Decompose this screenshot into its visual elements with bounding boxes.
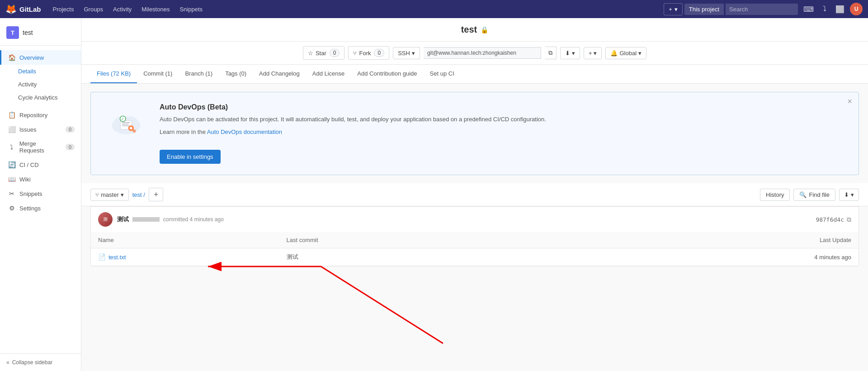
svg-point-11 (132, 129, 136, 133)
star-count: 0 (330, 49, 340, 57)
download-archive-icon: ⬇ (844, 191, 849, 198)
commit-row: 测 测试 committed 4 minutes ago 987f6d4c ⧉ (90, 206, 859, 232)
sidebar-sub-activity[interactable]: Activity (0, 78, 81, 91)
sidebar-item-repository[interactable]: 📋 Repository (0, 108, 81, 122)
snippets-icon: ✂ (8, 190, 16, 197)
tab-branches[interactable]: Branch (1) (179, 65, 219, 83)
ssh-label: SSH (398, 50, 410, 57)
ssh-url-input[interactable] (424, 47, 541, 59)
tab-commits[interactable]: Commit (1) (137, 65, 179, 83)
search-scope-button[interactable]: This project (684, 4, 724, 15)
nav-projects[interactable]: Projects (48, 4, 79, 14)
copy-ssh-url-button[interactable]: ⧉ (545, 47, 557, 59)
collapse-sidebar-label: Collapse sidebar (12, 359, 52, 366)
download-button[interactable]: ⬇ ▾ (560, 47, 580, 59)
nav-milestones[interactable]: Milestones (137, 4, 174, 14)
fork-button[interactable]: ⑂ Fork 0 (348, 46, 389, 60)
sidebar-sub-details[interactable]: Details (0, 65, 81, 78)
download-archive-button[interactable]: ⬇ ▾ (839, 189, 859, 201)
sidebar-item-ci-cd[interactable]: 🔄 CI / CD (0, 157, 81, 172)
file-link[interactable]: 📄 test.txt (98, 253, 287, 261)
page-layout: T test 🏠 Overview Details Activity Cycle… (0, 18, 868, 371)
sidebar-settings-label: Settings (19, 205, 41, 212)
auto-devops-description: Auto DevOps can be activated for this pr… (160, 115, 846, 124)
plus-dropdown-icon: ▾ (675, 6, 678, 13)
tab-add-contribution-guide[interactable]: Add Contribution guide (351, 65, 423, 83)
commit-author-avatar: 测 (98, 212, 113, 227)
top-nav-right: + ▾ This project ⌨ ⤵ ⬜ U (664, 3, 863, 16)
add-file-top-button[interactable]: + ▾ (584, 47, 602, 59)
commit-author-redacted (132, 217, 160, 222)
collapse-sidebar-button[interactable]: « Collapse sidebar (0, 353, 81, 371)
auto-devops-doc-link[interactable]: Auto DevOps documentation (207, 128, 282, 135)
branch-icon: ⑂ (95, 191, 99, 198)
branch-selector[interactable]: ⑂ master ▾ (90, 189, 129, 201)
add-new-file-button[interactable]: + (149, 188, 164, 201)
fork-count: 0 (374, 49, 384, 57)
sidebar-item-issues[interactable]: ⬜ Issues 0 (0, 122, 81, 137)
star-label: Star (316, 50, 326, 57)
collapse-chevron-icon: « (6, 359, 9, 366)
sidebar-item-settings[interactable]: ⚙ Settings (0, 201, 81, 215)
tab-add-changelog[interactable]: Add Changelog (253, 65, 306, 83)
repo-controls: ⑂ master ▾ test / + History 🔍 Find file … (81, 183, 868, 206)
nav-groups[interactable]: Groups (79, 4, 108, 14)
sidebar-item-merge-requests[interactable]: ⤵ Merge Requests 0 (0, 137, 81, 157)
file-last-update: 4 minutes ago (663, 254, 852, 261)
close-banner-button[interactable]: × (847, 97, 852, 106)
star-icon: ☆ (308, 50, 313, 57)
enable-in-settings-button[interactable]: Enable in settings (160, 150, 221, 164)
tab-tags[interactable]: Tags (0) (219, 65, 253, 83)
notification-chevron-icon: ▾ (638, 50, 642, 57)
commit-time: committed 4 minutes ago (163, 216, 224, 223)
path-text: test / (132, 191, 145, 198)
tab-setup-ci[interactable]: Set up CI (424, 65, 461, 83)
sidebar-ci-cd-label: CI / CD (19, 162, 39, 168)
nav-activity[interactable]: Activity (108, 4, 136, 14)
user-avatar-button[interactable]: U (850, 3, 863, 15)
brand-logo[interactable]: 🦊 GitLab (5, 4, 41, 14)
project-title: test 🔒 (461, 24, 489, 35)
keyboard-shortcut-button[interactable]: ⌨ (800, 3, 817, 16)
copy-hash-button[interactable]: ⧉ (847, 216, 851, 224)
branch-chevron-icon: ▾ (121, 191, 124, 198)
col-last-update-header: Last Update (663, 237, 852, 243)
notification-button[interactable]: 🔔 Global ▾ (605, 47, 646, 59)
ssh-dropdown-button[interactable]: SSH ▾ (393, 47, 420, 59)
history-button[interactable]: History (760, 189, 790, 201)
search-input[interactable] (726, 4, 798, 15)
sidebar-overview-section: 🏠 Overview Details Activity Cycle Analyt… (0, 48, 81, 106)
tab-files[interactable]: Files (72 KB) (90, 65, 137, 83)
auto-devops-illustration: ✓ (106, 103, 146, 139)
bell-icon: 🔔 (610, 50, 618, 57)
nav-snippets[interactable]: Snippets (175, 4, 207, 14)
merge-requests-badge: 0 (66, 144, 75, 150)
new-plus-button[interactable]: + ▾ (664, 3, 683, 15)
file-table: Name Last commit Last Update 📄 test.txt … (90, 232, 859, 266)
sidebar-item-overview[interactable]: 🏠 Overview (0, 50, 81, 65)
sidebar-sub-cycle-analytics[interactable]: Cycle Analytics (0, 91, 81, 104)
sidebar-item-wiki[interactable]: 📖 Wiki (0, 172, 81, 186)
fork-label: Fork (359, 50, 371, 57)
issues-icon-button[interactable]: ⬜ (832, 3, 848, 16)
tab-add-license[interactable]: Add License (306, 65, 351, 83)
notifications-wrapper: ⬜ (832, 3, 848, 16)
issues-icon: ⬜ (8, 126, 16, 133)
plus-add-chevron-icon: ▾ (594, 50, 597, 57)
merge-requests-icon-button[interactable]: ⤵ (819, 3, 830, 15)
col-name-header: Name (98, 237, 287, 243)
table-row: 📄 test.txt 测试 4 minutes ago (91, 248, 859, 266)
home-icon: 🏠 (8, 54, 16, 61)
plus-icon: + (669, 6, 672, 13)
gitlab-fox-icon: 🦊 (5, 4, 17, 14)
sidebar-item-snippets[interactable]: ✂ Snippets (0, 186, 81, 201)
download-icon: ⬇ (565, 50, 570, 57)
ssh-chevron-icon: ▾ (412, 50, 415, 57)
issues-badge: 0 (66, 126, 75, 133)
star-button[interactable]: ☆ Star 0 (303, 46, 345, 60)
download-archive-chevron-icon: ▾ (851, 191, 854, 198)
banner-icon-area: ✓ (104, 103, 149, 139)
find-file-button[interactable]: 🔍 Find file (793, 189, 835, 201)
fork-icon: ⑂ (353, 50, 357, 57)
repo-right-actions: History 🔍 Find file ⬇ ▾ (760, 189, 859, 201)
